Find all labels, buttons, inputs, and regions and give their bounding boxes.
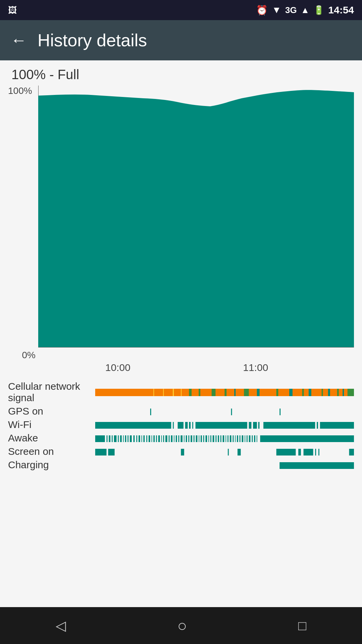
chart-area <box>38 86 354 361</box>
app-bar: ← History details <box>0 20 362 60</box>
svg-rect-53 <box>118 435 119 442</box>
svg-rect-83 <box>193 435 194 442</box>
svg-rect-103 <box>242 435 243 442</box>
network-label: 3G <box>285 5 297 15</box>
svg-rect-13 <box>199 389 200 396</box>
svg-rect-34 <box>280 409 281 415</box>
svg-rect-46 <box>317 422 318 429</box>
svg-rect-30 <box>173 389 174 396</box>
svg-rect-76 <box>176 435 177 442</box>
svg-rect-38 <box>185 422 188 429</box>
svg-rect-114 <box>228 449 229 455</box>
svg-rect-43 <box>253 422 257 429</box>
svg-rect-106 <box>249 435 250 442</box>
svg-rect-47 <box>320 422 354 429</box>
gps-label: GPS on <box>8 406 95 417</box>
timeline-section: Cellular network signal <box>8 381 354 607</box>
x-label-1100: 11:00 <box>216 362 354 373</box>
timeline-row-awake: Awake <box>8 432 354 444</box>
svg-rect-111 <box>95 449 107 455</box>
svg-rect-66 <box>152 435 152 442</box>
chart-wrapper: 100% 0% <box>8 86 354 361</box>
svg-rect-64 <box>146 435 147 442</box>
svg-rect-17 <box>244 389 249 396</box>
svg-rect-104 <box>245 435 245 442</box>
svg-rect-29 <box>163 389 164 396</box>
svg-rect-45 <box>263 422 315 429</box>
svg-rect-79 <box>184 435 184 442</box>
svg-rect-26 <box>343 389 344 396</box>
signal-icon: ▲ <box>301 5 310 15</box>
svg-rect-54 <box>120 435 122 442</box>
image-icon: 🖼 <box>8 5 17 15</box>
svg-rect-62 <box>141 435 142 442</box>
svg-rect-113 <box>181 449 184 455</box>
svg-rect-75 <box>174 435 174 442</box>
screen-label: Screen on <box>8 446 95 457</box>
svg-rect-25 <box>337 389 339 396</box>
svg-rect-121 <box>349 449 354 455</box>
svg-rect-117 <box>298 449 301 455</box>
main-content: 100% - Full 100% 0% <box>0 60 362 607</box>
awake-label: Awake <box>8 432 95 444</box>
svg-rect-67 <box>154 435 155 442</box>
svg-rect-94 <box>220 435 221 442</box>
svg-rect-95 <box>223 435 224 442</box>
wifi-bar <box>95 420 354 429</box>
svg-rect-19 <box>276 389 278 396</box>
svg-rect-100 <box>235 435 236 442</box>
wifi-icon: ▼ <box>272 5 281 15</box>
svg-rect-119 <box>315 449 316 455</box>
svg-rect-70 <box>161 435 162 442</box>
back-button[interactable]: ← <box>11 32 27 48</box>
svg-rect-63 <box>143 435 145 442</box>
svg-rect-101 <box>237 435 238 442</box>
status-bar-left: 🖼 <box>8 5 17 15</box>
timeline-row-charging: Charging <box>8 459 354 471</box>
svg-rect-15 <box>225 389 227 396</box>
svg-rect-69 <box>158 435 160 442</box>
svg-rect-80 <box>186 435 187 442</box>
battery-status-text: 100% - Full <box>8 67 354 82</box>
svg-rect-50 <box>109 435 111 442</box>
svg-rect-97 <box>228 435 229 442</box>
back-nav-button[interactable]: ◁ <box>56 618 66 633</box>
svg-rect-108 <box>254 435 255 442</box>
battery-chart-svg <box>38 86 354 361</box>
svg-rect-122 <box>280 462 354 469</box>
svg-rect-77 <box>178 435 179 442</box>
svg-rect-35 <box>95 422 171 429</box>
svg-rect-102 <box>239 435 240 442</box>
cellular-bar <box>95 387 354 397</box>
screen-bar <box>95 447 354 456</box>
status-bar-right: ⏰ ▼ 3G ▲ 🔋 14:54 <box>256 4 354 16</box>
svg-rect-40 <box>192 422 193 429</box>
svg-rect-89 <box>208 435 209 442</box>
recent-nav-button[interactable]: □ <box>298 618 306 633</box>
svg-rect-37 <box>178 422 183 429</box>
bottom-nav: ◁ ○ □ <box>0 607 362 644</box>
svg-rect-116 <box>276 449 296 455</box>
alarm-icon: ⏰ <box>256 5 268 16</box>
svg-rect-110 <box>260 435 354 442</box>
x-axis: 10:00 11:00 <box>38 362 354 373</box>
timeline-row-screen: Screen on <box>8 446 354 457</box>
svg-rect-22 <box>309 389 311 396</box>
svg-rect-72 <box>165 435 167 442</box>
svg-rect-74 <box>171 435 173 442</box>
svg-rect-86 <box>201 435 202 442</box>
svg-rect-85 <box>199 435 199 442</box>
svg-rect-59 <box>133 435 135 442</box>
svg-rect-57 <box>128 435 129 442</box>
home-nav-button[interactable]: ○ <box>177 616 187 635</box>
svg-rect-90 <box>210 435 212 442</box>
svg-rect-84 <box>196 435 197 442</box>
svg-rect-65 <box>148 435 150 442</box>
svg-rect-14 <box>212 389 216 396</box>
svg-rect-60 <box>136 435 137 442</box>
svg-rect-36 <box>173 422 174 429</box>
svg-rect-81 <box>188 435 189 442</box>
status-bar: 🖼 ⏰ ▼ 3G ▲ 🔋 14:54 <box>0 0 362 20</box>
svg-rect-42 <box>249 422 251 429</box>
svg-rect-92 <box>216 435 217 442</box>
